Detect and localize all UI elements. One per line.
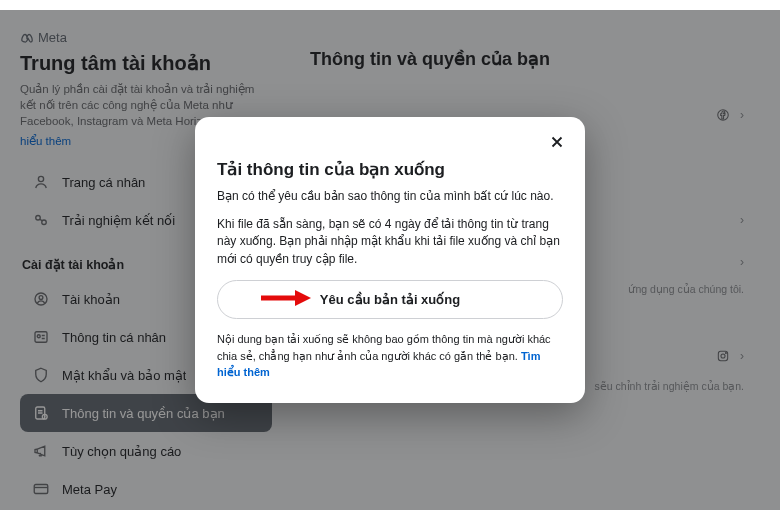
modal-footer-text: Nội dung bạn tải xuống sẽ không bao gồm … — [217, 333, 551, 362]
download-info-modal: Tải thông tin của bạn xuống Bạn có thể y… — [195, 117, 585, 402]
modal-paragraph: Khi file đã sẵn sàng, bạn sẽ có 4 ngày đ… — [217, 216, 563, 268]
modal-paragraph: Bạn có thể yêu cầu bản sao thông tin của… — [217, 188, 563, 205]
close-icon — [548, 133, 566, 154]
request-download-button[interactable]: Yêu cầu bản tải xuống — [217, 280, 563, 319]
close-button[interactable] — [545, 131, 569, 155]
modal-overlay[interactable]: Tải thông tin của bạn xuống Bạn có thể y… — [0, 10, 780, 510]
modal-title: Tải thông tin của bạn xuống — [217, 159, 563, 180]
modal-footer: Nội dung bạn tải xuống sẽ không bao gồm … — [217, 331, 563, 381]
